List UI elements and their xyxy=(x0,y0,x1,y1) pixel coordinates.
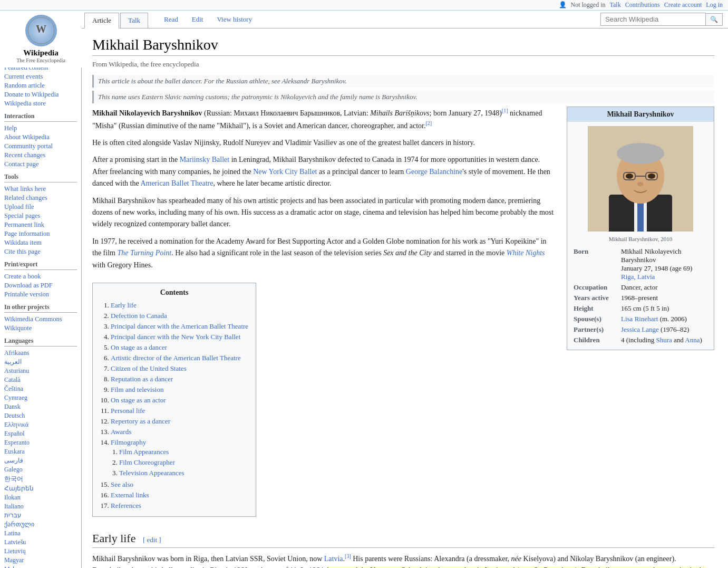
create-account-link[interactable]: Create account xyxy=(664,1,702,9)
toc-item-5: On stage as a dancer xyxy=(111,342,248,353)
sidebar-item-wikidata[interactable]: Wikidata item xyxy=(4,238,77,247)
sidebar-item-cite[interactable]: Cite this page xyxy=(4,247,77,256)
sidebar-item-recent-changes[interactable]: Recent changes xyxy=(4,151,77,160)
view-history-action[interactable]: View history xyxy=(212,12,256,27)
search-input[interactable] xyxy=(600,13,706,26)
toc-item-7: Citizen of the United States xyxy=(111,363,248,374)
lang-armenian[interactable]: Հայերեն xyxy=(4,484,77,493)
lang-ilokan[interactable]: Ilokan xyxy=(4,493,77,502)
tab-article[interactable]: Article xyxy=(84,13,119,28)
lang-euskara[interactable]: Euskara xyxy=(4,447,77,456)
abt-link[interactable]: American Ballet Theatre xyxy=(140,179,213,187)
turning-point-link[interactable]: The Turning Point xyxy=(117,249,171,257)
lang-galego[interactable]: Galego xyxy=(4,465,77,474)
infobox-children-label: Children xyxy=(571,335,619,345)
lang-cestina[interactable]: Čeština xyxy=(4,384,77,393)
lang-latviesu[interactable]: Latviešu xyxy=(4,538,77,547)
tab-talk[interactable]: Talk xyxy=(120,13,148,28)
sidebar-item-random[interactable]: Random article xyxy=(4,81,77,90)
sidebar-item-download-pdf[interactable]: Download as PDF xyxy=(4,281,77,290)
toc-link-reputation[interactable]: Reputation as a dancer xyxy=(111,375,173,383)
lang-espanol[interactable]: Español xyxy=(4,429,77,438)
toc-link-early-life[interactable]: Early life xyxy=(111,301,137,309)
lang-lietuviu[interactable]: Lietuvių xyxy=(4,547,77,556)
partner-link[interactable]: Jessica Lange xyxy=(621,325,659,333)
talk-link[interactable]: Talk xyxy=(610,1,621,9)
toc-link-stage-actor[interactable]: On stage as an actor xyxy=(111,396,166,404)
lang-italiano[interactable]: Italiano xyxy=(4,502,77,511)
toc-link-principal-american[interactable]: Principal dancer with the American Balle… xyxy=(111,322,248,330)
latvia-link[interactable]: Latvia xyxy=(324,555,343,563)
edit-action[interactable]: Edit xyxy=(188,12,208,27)
lang-latina[interactable]: Latina xyxy=(4,529,77,538)
sidebar-item-store[interactable]: Wikipedia store xyxy=(4,99,77,108)
lang-catala[interactable]: Català xyxy=(4,376,77,384)
lang-hebrew[interactable]: עברית xyxy=(4,511,77,520)
nycb-link[interactable]: New York City Ballet xyxy=(253,168,317,176)
toc-link-personal[interactable]: Personal life xyxy=(111,407,145,415)
search-button[interactable]: 🔍 xyxy=(706,13,723,26)
sidebar-item-related-changes[interactable]: Related changes xyxy=(4,194,77,203)
lang-greek[interactable]: Ελληνικά xyxy=(4,420,77,429)
lang-malagasy[interactable]: Malagasy xyxy=(4,565,77,568)
contributions-link[interactable]: Contributions xyxy=(625,1,660,9)
toc-item-3: Principal dancer with the American Balle… xyxy=(111,321,248,332)
toc-link-stage-dancer[interactable]: On stage as a dancer xyxy=(111,343,167,351)
sidebar-item-printable[interactable]: Printable version xyxy=(4,290,77,299)
sidebar-item-about[interactable]: About Wikipedia xyxy=(4,133,77,142)
toc-link-external[interactable]: External links xyxy=(111,491,149,499)
toc-link-repertory[interactable]: Repertory as a dancer xyxy=(111,417,170,425)
toc-link-film-tv[interactable]: Film and television xyxy=(111,386,163,393)
sidebar-item-donate[interactable]: Donate to Wikipedia xyxy=(4,90,77,99)
lang-cymraeg[interactable]: Cymraeg xyxy=(4,393,77,402)
lang-magyar[interactable]: Magyar xyxy=(4,556,77,565)
sidebar-item-contact[interactable]: Contact page xyxy=(4,160,77,169)
log-in-link[interactable]: Log in xyxy=(706,1,723,9)
sidebar-item-current-events[interactable]: Current events xyxy=(4,72,77,81)
svg-point-12 xyxy=(626,174,633,179)
child-shura-link[interactable]: Shura xyxy=(656,336,672,344)
lang-farsi[interactable]: فارسی xyxy=(4,456,77,465)
toc-link-film-choreographer[interactable]: Film Choreographer xyxy=(119,458,175,466)
child-anna-link[interactable]: Anna xyxy=(685,336,700,344)
edit-early-life[interactable]: [ edit ] xyxy=(143,536,161,544)
sidebar-item-create-book[interactable]: Create a book xyxy=(4,272,77,281)
born-place-link[interactable]: Riga, Latvia xyxy=(621,273,655,281)
sidebar-item-special[interactable]: Special pages xyxy=(4,211,77,220)
sidebar-item-commons[interactable]: Wikimedia Commons xyxy=(4,315,77,324)
balanchine-link[interactable]: George Balanchine xyxy=(406,168,462,176)
toc-link-artistic-director[interactable]: Artistic director of the American Ballet… xyxy=(111,354,241,362)
header-area: W Wikipedia The Free Encyclopedia Articl… xyxy=(0,11,728,28)
sidebar-item-what-links[interactable]: What links here xyxy=(4,185,77,194)
toc-link-principal-nyc[interactable]: Principal dancer with the New York City … xyxy=(111,333,240,341)
svg-point-8 xyxy=(617,143,664,164)
infobox-row-born: Born Mikhail Nikolayevich BaryshnikovJan… xyxy=(571,246,710,282)
toc-link-defection[interactable]: Defection to Canada xyxy=(111,312,167,320)
mariinsky-link[interactable]: Mariinsky Ballet xyxy=(180,156,230,163)
lang-deutsch[interactable]: Deutsch xyxy=(4,411,77,420)
lang-asturianu[interactable]: Asturianu xyxy=(4,367,77,376)
toc-title: Contents xyxy=(100,288,248,297)
lang-dansk[interactable]: Dansk xyxy=(4,402,77,411)
sidebar-item-permanent[interactable]: Permanent link xyxy=(4,220,77,229)
lang-esperanto[interactable]: Esperanto xyxy=(4,438,77,447)
sidebar-item-wikiquote[interactable]: Wikiquote xyxy=(4,324,77,333)
toc-link-see-also[interactable]: See also xyxy=(111,480,133,488)
toc-link-filmography[interactable]: Filmography xyxy=(111,438,146,446)
sidebar-item-upload[interactable]: Upload file xyxy=(4,203,77,211)
toc-link-tv-appearances[interactable]: Television Appearances xyxy=(119,469,185,477)
sidebar-item-help[interactable]: Help xyxy=(4,124,77,133)
white-nights-link[interactable]: White Nights xyxy=(507,249,545,257)
toc-link-awards[interactable]: Awards xyxy=(111,428,131,436)
spouse-link[interactable]: Lisa Rinehart xyxy=(621,315,658,323)
toc-link-references[interactable]: References xyxy=(111,502,141,509)
lang-arabic[interactable]: العربية xyxy=(4,358,77,367)
toc-link-citizen[interactable]: Citizen of the United States xyxy=(111,364,187,372)
read-action[interactable]: Read xyxy=(160,12,182,27)
sidebar-item-page-info[interactable]: Page information xyxy=(4,229,77,238)
lang-georgian[interactable]: ქართული xyxy=(4,520,77,529)
lang-korean[interactable]: 한국어 xyxy=(4,474,77,484)
lang-afrikaans[interactable]: Afrikaans xyxy=(4,349,77,358)
sidebar-item-community[interactable]: Community portal xyxy=(4,142,77,151)
toc-link-film-appearances[interactable]: Film Appearances xyxy=(119,448,169,456)
